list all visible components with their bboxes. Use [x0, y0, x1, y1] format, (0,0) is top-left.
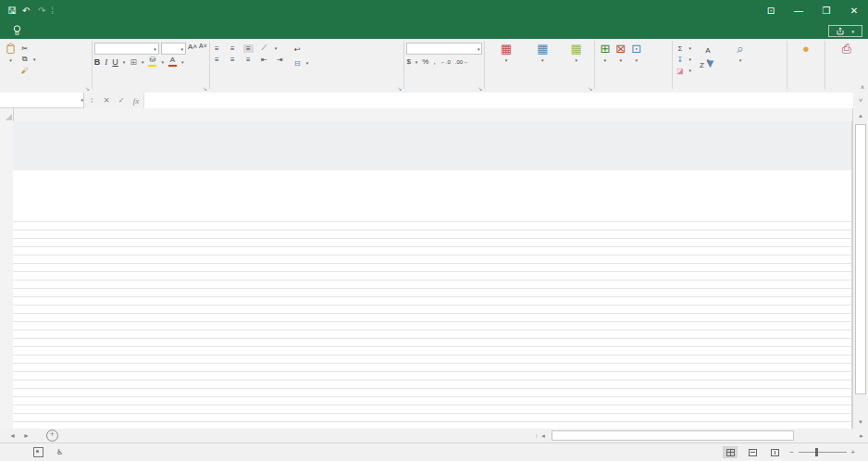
copy-button[interactable]: ⧉▾ — [19, 55, 36, 64]
cut-button[interactable]: ✂ — [19, 44, 36, 53]
column-headers — [0, 108, 868, 122]
dialog-launcher-icon[interactable]: ↘ — [397, 85, 402, 92]
borders-icon[interactable]: ⊞ — [130, 57, 137, 67]
macro-record-icon[interactable] — [33, 447, 43, 457]
align-bottom-icon[interactable]: ≡ — [243, 44, 254, 53]
cells-group: ⊞▾ ⊠▾ ⊡▾ — [595, 39, 672, 93]
scroll-down-icon[interactable]: ▼ — [855, 417, 866, 427]
find-select-button[interactable]: ⌕▾ — [725, 41, 756, 65]
comma-style-icon[interactable]: , — [433, 57, 435, 66]
next-sheet-icon[interactable]: ► — [23, 432, 30, 439]
page-layout-view-button[interactable] — [745, 446, 760, 458]
zoom-out-icon[interactable]: − — [789, 448, 793, 456]
number-format-select[interactable]: ▾ — [406, 43, 482, 55]
excel-window: 🖫︎ ↶▾ ↷ ⁞ ⊡ — ❐ ✕ ▾ 📋︎ — [0, 0, 868, 461]
redo-icon[interactable]: ↷ — [38, 6, 45, 16]
addins-button[interactable]: ● — [789, 41, 823, 59]
dialog-launcher-icon[interactable]: ↘ — [477, 85, 482, 92]
merge-center-button[interactable]: ⊟▾ — [292, 58, 309, 68]
format-cells-button[interactable]: ⊡▾ — [628, 41, 644, 65]
dialog-launcher-icon[interactable]: ↘ — [85, 85, 90, 92]
clear-button[interactable]: ◪▾ — [675, 66, 691, 75]
wrap-text-icon: ↩ — [292, 45, 303, 54]
name-box[interactable]: ▾ — [0, 93, 84, 108]
paste-button[interactable]: 📋︎ ▾ — [2, 41, 19, 65]
grow-font-button[interactable]: A˄ — [188, 43, 197, 55]
shrink-font-button[interactable]: A˅ — [199, 43, 207, 55]
align-right-icon[interactable]: ≡ — [243, 56, 254, 64]
share-button[interactable]: ▾ — [828, 25, 862, 37]
select-all-corner[interactable] — [0, 108, 14, 121]
undo-icon[interactable]: ↶▾ — [22, 6, 32, 16]
vertical-scroll-thumb[interactable] — [855, 124, 866, 394]
fill-button[interactable]: ↧▾ — [675, 55, 691, 64]
wrap-text-button[interactable]: ↩ — [292, 44, 309, 54]
namebox-splitter[interactable]: ⁞ — [84, 93, 99, 108]
font-name-select[interactable]: ▾ — [94, 43, 159, 55]
dialog-launcher-icon[interactable]: ↘ — [203, 85, 207, 92]
page-break-view-button[interactable] — [767, 446, 782, 458]
fill-color-button[interactable]: ⛁ — [148, 56, 156, 67]
increase-decimal-icon[interactable]: ←.0 — [440, 59, 451, 65]
increase-indent-icon[interactable]: ⇥ — [275, 56, 285, 64]
dialog-launcher-icon[interactable]: ↘ — [588, 85, 592, 92]
align-top-icon[interactable]: ≡ — [212, 44, 222, 53]
chevron-down-icon: ▾ — [619, 57, 622, 63]
font-size-select[interactable]: ▾ — [161, 43, 186, 55]
italic-button[interactable]: I — [105, 57, 107, 67]
restore-button[interactable]: ❐ — [812, 0, 840, 20]
zoom-slider[interactable] — [799, 452, 847, 453]
customize-qat-icon[interactable]: ⁞ — [51, 6, 54, 16]
percent-style-icon[interactable]: % — [422, 57, 428, 66]
horizontal-scroll-thumb[interactable] — [552, 430, 794, 441]
ribbon-tab-bar: ▾ — [0, 20, 868, 39]
normal-view-button[interactable] — [723, 446, 738, 458]
chevron-down-icon: ▾ — [415, 59, 418, 65]
scrollbar-splitter[interactable]: ⁞⁞ — [536, 433, 537, 439]
collapse-ribbon-icon[interactable]: ˄ — [861, 84, 864, 91]
bold-button[interactable]: B — [94, 57, 101, 67]
formula-bar-expand-icon[interactable]: ˅ — [853, 93, 868, 108]
orientation-icon[interactable]: ⟋ — [259, 44, 269, 53]
zoom-slider-thumb[interactable] — [815, 448, 818, 456]
scroll-left-icon[interactable]: ◄ — [539, 433, 548, 439]
underline-button[interactable]: U — [112, 57, 118, 67]
accounting-format-icon[interactable]: $ — [406, 57, 410, 66]
close-button[interactable]: ✕ — [840, 0, 868, 20]
spreadsheet-grid[interactable] — [13, 121, 852, 429]
align-left-icon[interactable]: ≡ — [212, 56, 222, 64]
zoom-in-icon[interactable]: + — [851, 448, 855, 456]
tell-me-box[interactable] — [13, 25, 26, 39]
format-as-table-button[interactable]: ▦ ▾ — [526, 41, 560, 65]
horizontal-scrollbar[interactable] — [550, 430, 855, 441]
minimize-button[interactable]: — — [785, 0, 812, 20]
format-painter-icon: 🖌︎ — [19, 67, 30, 75]
decrease-decimal-icon[interactable]: .00→ — [455, 59, 468, 65]
cancel-icon[interactable]: ✕ — [99, 93, 114, 108]
quick-access-toolbar: 🖫︎ ↶▾ ↷ ⁞ — [0, 6, 54, 16]
new-sheet-button[interactable]: + — [46, 430, 58, 442]
font-color-button[interactable]: A — [168, 56, 177, 67]
prev-sheet-icon[interactable]: ◄ — [9, 432, 16, 439]
autosum-button[interactable]: Σ▾ — [675, 44, 691, 53]
create-pdf-button[interactable]: ⎙︎ — [827, 41, 866, 59]
insert-function-icon[interactable]: fx — [129, 93, 143, 108]
formula-input[interactable] — [143, 93, 853, 108]
decrease-indent-icon[interactable]: ⇤ — [259, 56, 269, 64]
conditional-formatting-button[interactable]: ▦ ▾ — [487, 41, 525, 65]
format-painter-button[interactable]: 🖌︎ — [19, 66, 36, 75]
cell-styles-button[interactable]: ▦ ▾ — [560, 41, 592, 65]
sort-filter-button[interactable]: AZ▼▾ — [691, 41, 725, 65]
align-center-icon[interactable]: ≡ — [228, 56, 238, 64]
vertical-scrollbar[interactable]: ▲ ▼ — [852, 108, 868, 429]
ribbon-display-options-icon[interactable]: ⊡ — [757, 0, 785, 20]
number-group: ▾ $▾ % , ←.0 .00→ ↘ — [404, 39, 484, 93]
delete-cells-button[interactable]: ⊠▾ — [613, 41, 628, 65]
scroll-right-icon[interactable]: ► — [857, 433, 866, 439]
align-middle-icon[interactable]: ≡ — [228, 44, 238, 53]
scroll-up-icon[interactable]: ▲ — [855, 110, 866, 120]
sigma-icon: Σ — [675, 44, 685, 53]
save-icon[interactable]: 🖫︎ — [7, 6, 17, 16]
enter-icon[interactable]: ✓ — [114, 93, 129, 108]
insert-cells-button[interactable]: ⊞▾ — [597, 41, 613, 65]
